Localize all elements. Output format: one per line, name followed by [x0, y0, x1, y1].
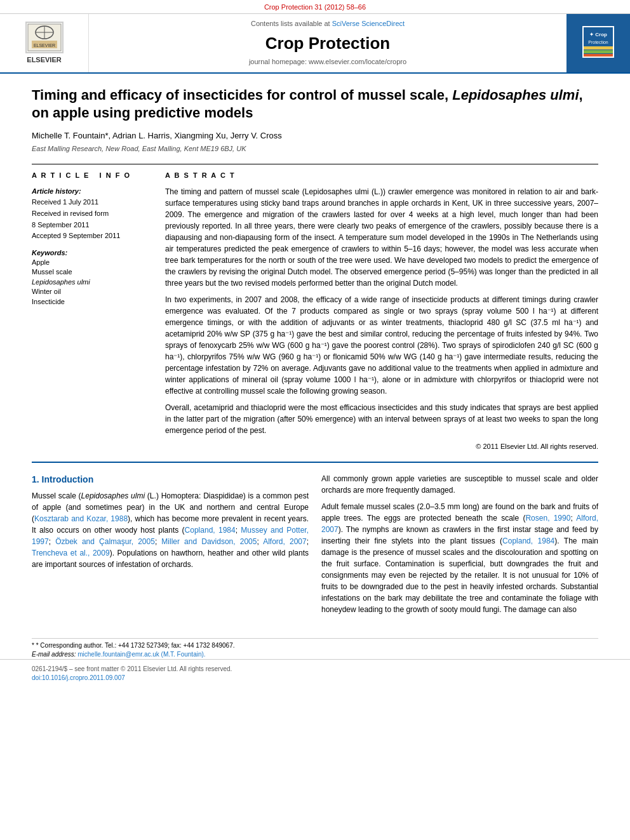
article-affiliation: East Malling Research, New Road, East Ma… [32, 144, 598, 154]
svg-text:✦ Crop: ✦ Crop [589, 32, 607, 37]
article-info-heading: A R T I C L E I N F O [32, 171, 152, 180]
crop-protection-logo-area: ✦ Crop Protection [566, 14, 630, 72]
main-content: Timing and efficacy of insecticides for … [0, 74, 630, 634]
journal-header: ELSEVIER ELSEVIER Contents lists availab… [0, 14, 630, 73]
svg-text:Protection: Protection [588, 40, 608, 44]
journal-citation: Crop Protection 31 (2012) 58–66 [264, 3, 366, 11]
link-alford[interactable]: Alford, 2007 [263, 537, 306, 546]
sciverse-text: Contents lists available at [251, 20, 332, 27]
intro-right-para1: All commonly grown apple varieties are s… [321, 473, 598, 496]
keyword-winter-oil: Winter oil [32, 287, 152, 297]
keywords-label: Keywords: [32, 248, 152, 258]
footer-issn: 0261-2194/$ – see front matter © 2011 El… [32, 665, 598, 674]
journal-title: Crop Protection [265, 32, 390, 55]
received-date: Received 1 July 2011 [32, 197, 152, 208]
intro-right-col: All commonly grown apple varieties are s… [321, 473, 598, 620]
svg-rect-9 [584, 46, 613, 50]
crop-logo-icon: ✦ Crop Protection [582, 26, 614, 58]
copyright-line: © 2011 Elsevier Ltd. All rights reserved… [165, 441, 598, 452]
email-address[interactable]: michelle.fountain@emr.ac.uk (M.T. Founta… [77, 651, 205, 658]
link-miller[interactable]: Miller and Davidson, 2005 [161, 537, 257, 546]
link-copland[interactable]: Copland, 1984 [185, 526, 236, 535]
bottom-divider [32, 462, 598, 463]
keyword-insecticide: Insecticide [32, 297, 152, 307]
elsevier-text: ELSEVIER [27, 55, 61, 65]
link-ozbek[interactable]: Özbek and Çalmaşur, 2005 [55, 537, 155, 546]
abstract-heading: A B S T R A C T [165, 171, 598, 180]
link-rosen[interactable]: Rosen, 1990 [525, 514, 570, 523]
sciverse-line: Contents lists available at SciVerse Sci… [251, 19, 405, 29]
svg-rect-11 [584, 54, 613, 57]
footer-doi[interactable]: doi:10.1016/j.cropro.2011.09.007 [32, 674, 598, 683]
page-footer: 0261-2194/$ – see front matter © 2011 El… [0, 659, 630, 688]
journal-header-center: Contents lists available at SciVerse Sci… [89, 14, 566, 72]
article-history: Article history: Received 1 July 2011 Re… [32, 186, 152, 242]
introduction-section: 1. Introduction Mussel scale (Lepidosaph… [32, 473, 598, 620]
keywords-block: Keywords: Apple Mussel scale Lepidosaphe… [32, 248, 152, 307]
article-authors: Michelle T. Fountain*, Adrian L. Harris,… [32, 130, 598, 142]
journal-citation-bar: Crop Protection 31 (2012) 58–66 [0, 0, 630, 14]
email-label: E-mail address: [32, 651, 76, 658]
elsevier-logo: ELSEVIER ELSEVIER [25, 22, 64, 65]
intro-right-para2: Adult female mussel scales (2.0–3.5 mm l… [321, 501, 598, 615]
svg-text:ELSEVIER: ELSEVIER [33, 43, 55, 48]
svg-rect-10 [584, 50, 613, 53]
journal-homepage: journal homepage: www.elsevier.com/locat… [249, 57, 406, 67]
keyword-lepidosaphes: Lepidosaphes ulmi [32, 277, 152, 287]
article-info-abstract-section: A R T I C L E I N F O Article history: R… [32, 171, 598, 451]
abstract-text: The timing and pattern of mussel scale (… [165, 186, 598, 452]
elsevier-logo-area: ELSEVIER ELSEVIER [0, 14, 89, 72]
keyword-mussel-scale: Mussel scale [32, 267, 152, 277]
sciverse-link[interactable]: SciVerse ScienceDirect [332, 20, 405, 27]
abstract-para2: In two experiments, in 2007 and 2008, th… [165, 294, 598, 397]
link-copland2[interactable]: Copland, 1984 [502, 537, 554, 545]
intro-left-col: 1. Introduction Mussel scale (Lepidosaph… [32, 473, 309, 620]
intro-heading: 1. Introduction [32, 473, 309, 486]
keyword-apple: Apple [32, 258, 152, 267]
article-divider [32, 164, 598, 164]
crop-logo: ✦ Crop Protection [582, 26, 614, 60]
elsevier-logo-icon: ELSEVIER [25, 22, 64, 53]
footnote-area: * * Corresponding author. Tel.: +44 1732… [0, 638, 630, 659]
abstract-column: A B S T R A C T The timing and pattern o… [165, 171, 598, 451]
footnote-text: * Corresponding author. Tel.: +44 1732 5… [36, 642, 235, 649]
link-kosztarab[interactable]: Kosztarab and Kozar, 1988 [34, 514, 128, 523]
article-info-column: A R T I C L E I N F O Article history: R… [32, 171, 152, 451]
link-trencheva[interactable]: Trencheva et al., 2009 [32, 549, 110, 557]
accepted-label: Accepted 9 September 2011 [32, 230, 152, 242]
intro-para1: Mussel scale (Lepidosaphes ulmi (L.) Hom… [32, 490, 309, 570]
history-label: Article history: [32, 186, 152, 197]
abstract-para3: Overall, acetamiprid and thiacloprid wer… [165, 402, 598, 436]
footnote-star-symbol: * [32, 642, 36, 649]
abstract-para1: The timing and pattern of mussel scale (… [165, 186, 598, 289]
revised-date: 8 September 2011 [32, 220, 152, 231]
revised-label: Received in revised form [32, 208, 152, 220]
article-title: Timing and efficacy of insecticides for … [32, 86, 598, 123]
